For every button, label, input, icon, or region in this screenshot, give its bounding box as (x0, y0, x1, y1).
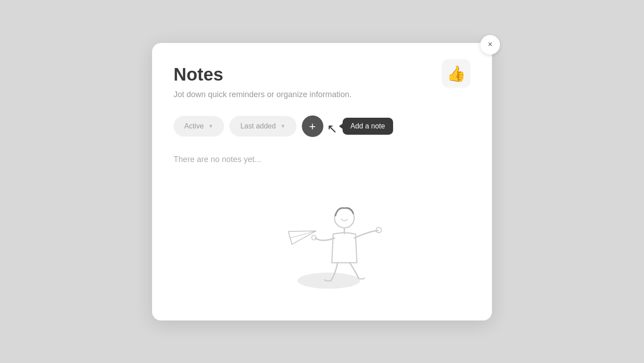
modal-subtitle: Jot down quick reminders or organize inf… (174, 90, 470, 99)
close-icon: × (488, 40, 493, 49)
filter-dropdown[interactable]: Active ▼ (174, 116, 224, 137)
modal-title: Notes (174, 64, 470, 85)
empty-state-illustration (174, 178, 470, 294)
add-icon: + (309, 120, 316, 132)
sort-dropdown-label: Last added (240, 122, 275, 130)
add-note-tooltip: Add a note (343, 118, 393, 135)
tooltip-text: Add a note (351, 122, 385, 130)
empty-state-text: There are no notes yet... (174, 155, 470, 164)
filter-chevron-icon: ▼ (208, 123, 214, 129)
close-button[interactable]: × (480, 35, 500, 55)
sort-chevron-icon: ▼ (280, 123, 286, 129)
illustration-svg (246, 178, 398, 294)
filter-dropdown-label: Active (184, 122, 204, 130)
thumbs-up-icon: 👍 (442, 59, 470, 88)
modal-wrapper: × 👍 Notes Jot down quick reminders or or… (152, 43, 492, 320)
controls-row: Active ▼ Last added ▼ + ↖ Add a note (174, 115, 470, 137)
add-note-button[interactable]: + (302, 115, 323, 137)
notes-modal: 👍 Notes Jot down quick reminders or orga… (152, 43, 492, 320)
cursor-icon: ↖ (327, 121, 337, 136)
sort-dropdown[interactable]: Last added ▼ (229, 116, 296, 137)
